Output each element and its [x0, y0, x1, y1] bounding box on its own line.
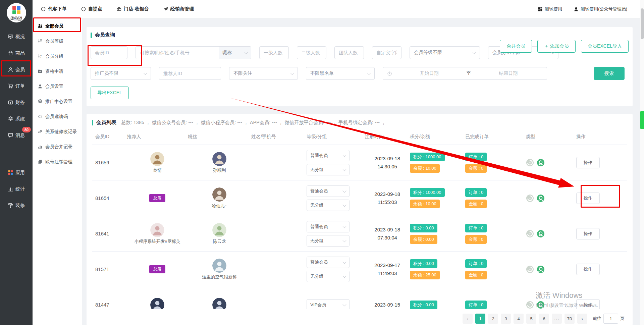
custom-field-input[interactable]: [372, 46, 401, 59]
apps-icon: [8, 170, 13, 175]
register-time-cell: 2023-09-1814:30:05: [365, 155, 410, 170]
sidebar-item-label: 概况: [15, 34, 25, 40]
finance-icon: [8, 100, 13, 105]
referrer-id-input[interactable]: [159, 67, 221, 80]
submenu-item-member-level[interactable]: 会员等级: [33, 34, 82, 49]
submenu-item-all-members[interactable]: 全部会员: [33, 18, 82, 34]
sidebar-item-overview[interactable]: 概况: [0, 29, 33, 45]
sidebar-item-member[interactable]: 会员: [0, 61, 33, 78]
submenu-item-merge-log[interactable]: 会员合并记录: [33, 139, 82, 154]
date-range-picker[interactable]: 开始日期 至 结束日期: [383, 67, 547, 80]
excel-import-button[interactable]: 会员EXCEL导入: [581, 40, 629, 53]
page-button-3[interactable]: 3: [501, 314, 511, 324]
row-action-button[interactable]: 操作: [576, 157, 600, 168]
orders-badge: 订单 : 0: [465, 259, 487, 268]
row-action-button[interactable]: 操作: [576, 228, 600, 239]
floating-widget[interactable]: [640, 111, 644, 129]
topnav-pickup-point[interactable]: 自提点: [81, 6, 102, 12]
row-group-select[interactable]: 无分组: [307, 235, 350, 247]
filter-row-2: 推广员不限 不限关注 不限黑名单 开始日期 至 结束日期 搜索: [91, 67, 625, 80]
people-icon: [38, 23, 43, 29]
row-group-select[interactable]: 无分组: [307, 164, 350, 175]
keyword-search-group: 昵称: [136, 46, 251, 59]
pagination-prev-button[interactable]: ‹: [463, 314, 473, 324]
search-type-select[interactable]: 昵称: [219, 47, 251, 59]
submenu-item-invite-code[interactable]: 会员邀请码: [33, 109, 82, 124]
wechat-miniprogram-icon: [537, 194, 545, 202]
team-count-input[interactable]: [334, 46, 364, 59]
page-button-4[interactable]: 4: [514, 314, 524, 324]
page-button-1[interactable]: 1: [475, 314, 485, 324]
register-time-cell: 2023-09-1807:30:04: [365, 226, 410, 241]
submenu-item-promotion-center[interactable]: 推广中心设置: [33, 94, 82, 109]
wechat-miniprogram-icon: [537, 159, 545, 167]
level2-count-input[interactable]: [297, 46, 326, 59]
level1-count-input[interactable]: [259, 46, 289, 59]
member-id-cell: 81641: [95, 231, 127, 236]
sidebar-item-system[interactable]: 系统: [0, 111, 33, 127]
page-button-5[interactable]: 5: [526, 314, 536, 324]
pagination-next-button[interactable]: ›: [577, 314, 587, 324]
keyword-search-input[interactable]: [136, 47, 219, 59]
sidebar-item-apps[interactable]: 应用: [0, 164, 33, 181]
page-button-70[interactable]: 70: [565, 314, 575, 324]
topnav-valet-order[interactable]: 代客下单: [41, 6, 67, 12]
submenu-item-label: 会员邀请码: [45, 114, 68, 120]
sidebar-item-order[interactable]: 订单: [0, 78, 33, 94]
goto-page-input[interactable]: [603, 314, 618, 324]
add-member-button[interactable]: ＋ 添加会员: [537, 40, 576, 53]
register-time-cell: 2023-09-15: [365, 301, 410, 309]
topnav-store-cashier[interactable]: 门店-收银台: [116, 6, 149, 12]
merge-members-button[interactable]: 合并会员: [500, 40, 532, 53]
member-level-select[interactable]: 会员等级不限: [410, 46, 480, 59]
scrollbar-thumb[interactable]: [641, 8, 644, 39]
page-button-2[interactable]: 2: [488, 314, 498, 324]
submenu-item-account-cancel[interactable]: 账号注销管理: [33, 154, 82, 169]
completed-orders-cell: 订单 : 0金额 : 0: [465, 259, 526, 279]
balance-badge: 余额 : 10.00: [410, 164, 440, 173]
balance-badge: 余额 : 25.00: [410, 271, 440, 279]
submenu-item-qualification[interactable]: 资格申请: [33, 64, 82, 79]
page-button-6[interactable]: 6: [539, 314, 549, 324]
follow-status-select[interactable]: 不限关注: [229, 67, 298, 80]
blacklist-select[interactable]: 不限黑名单: [306, 67, 375, 80]
promoter-select[interactable]: 推广员不限: [91, 67, 151, 80]
search-button[interactable]: 搜索: [594, 67, 625, 80]
member-id-cell: 81654: [95, 195, 127, 201]
row-level-select[interactable]: 普通会员: [307, 185, 350, 197]
column-header-points-balance: 积分/余额: [410, 134, 465, 140]
sidebar-item-stats[interactable]: 统计: [0, 181, 33, 197]
submenu-item-relation-log[interactable]: 关系链修改记录: [33, 124, 82, 139]
chat-icon: [8, 132, 13, 138]
page-scrollbar[interactable]: [640, 0, 644, 325]
app-root: E企盈 概况 商品 会员 订单 财务 系统 消息 80 应用: [0, 0, 644, 325]
chevron-down-icon: [472, 50, 476, 54]
row-action-button[interactable]: 操作: [576, 299, 600, 310]
member-id-input[interactable]: [91, 46, 127, 59]
row-level-select[interactable]: 普通会员: [307, 257, 350, 268]
sidebar-item-label: 消息: [15, 132, 25, 139]
sidebar-item-goods[interactable]: 商品: [0, 45, 33, 61]
submenu-item-member-group[interactable]: AZ 会员分组: [33, 49, 82, 64]
member-row: 81571 总店 这里的空气很新鲜 普通会员无分组 2023-09-1711:4…: [92, 252, 627, 287]
submenu-item-member-settings[interactable]: 会员设置: [33, 79, 82, 94]
topnav-distributor[interactable]: 经销商管理: [163, 6, 194, 12]
sidebar-item-finance[interactable]: 财务: [0, 94, 33, 111]
row-group-select[interactable]: 无分组: [307, 271, 350, 282]
sidebar-item-message[interactable]: 消息 80: [0, 127, 33, 144]
bag-icon: [8, 50, 13, 56]
user-test-admin[interactable]: 测试使用(公众号管理员): [574, 6, 627, 12]
row-action-button[interactable]: 操作: [576, 193, 600, 204]
row-group-select[interactable]: 无分组: [307, 200, 350, 211]
sidebar-item-decorate[interactable]: 装修: [0, 197, 33, 214]
pages-icon: [38, 159, 43, 164]
row-level-select[interactable]: VIP会员: [307, 299, 350, 310]
row-level-select[interactable]: 普通会员: [307, 221, 350, 232]
row-level-select[interactable]: 普通会员: [307, 150, 350, 161]
user-test-use[interactable]: 测试使用: [538, 6, 562, 12]
export-excel-button[interactable]: 导出EXCEL: [91, 87, 129, 99]
pagination-ellipsis[interactable]: ···: [552, 314, 562, 324]
row-action-button[interactable]: 操作: [576, 264, 600, 275]
member-list-card: 会员列表 总数: 1385 ， 微信公众号会员: --- ， 微信小程序会员: …: [87, 114, 633, 325]
chevron-down-icon: [290, 71, 294, 75]
